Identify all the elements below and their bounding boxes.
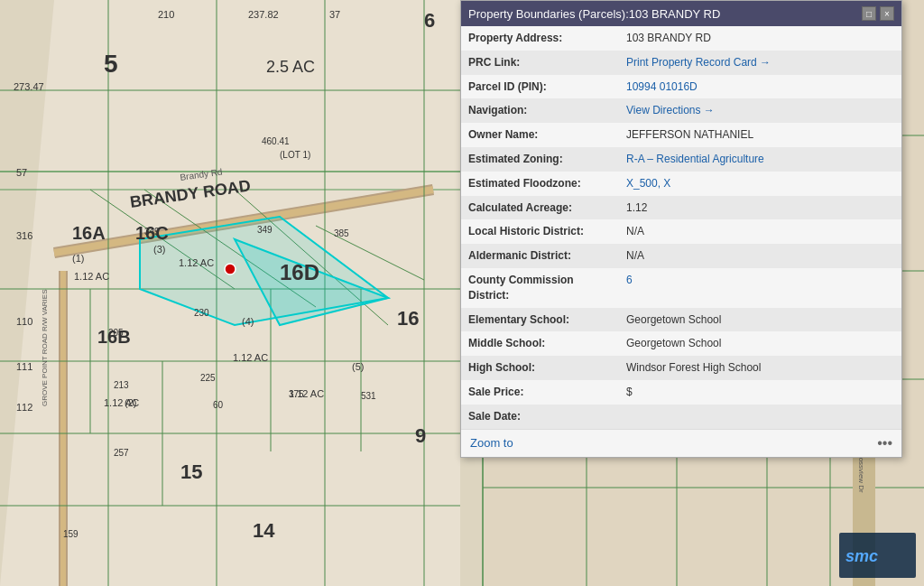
property-label: Sale Price: [461, 380, 619, 405]
property-value[interactable]: Print Property Record Card → [619, 51, 901, 75]
svg-text:225: 225 [200, 373, 216, 383]
svg-text:273.47: 273.47 [14, 81, 44, 92]
svg-text:(LOT 1): (LOT 1) [280, 150, 310, 160]
zoom-to-link[interactable]: Zoom to [470, 436, 513, 450]
svg-text:375: 375 [289, 389, 304, 399]
table-row: Sale Date: [461, 405, 901, 429]
svg-text:205: 205 [108, 328, 124, 338]
svg-text:1.12 AC: 1.12 AC [233, 352, 268, 363]
property-value[interactable]: X_500, X [619, 172, 901, 196]
property-link[interactable]: R-A – Residential Agriculture [626, 153, 764, 165]
property-value: Windsor Forest High School [619, 356, 901, 380]
svg-text:GROVE POINT ROAD R/W VARIES: GROVE POINT ROAD R/W VARIES [41, 290, 49, 407]
property-value: 103 BRANDY RD [619, 26, 901, 51]
svg-text:159: 159 [63, 529, 79, 539]
svg-text:14: 14 [253, 519, 275, 542]
property-label: Property Address: [461, 26, 619, 51]
table-row: Estimated Floodzone:X_500, X [461, 172, 901, 196]
property-value: 1.12 [619, 196, 901, 220]
property-label: Navigation: [461, 98, 619, 123]
property-link[interactable]: 6 [626, 274, 633, 286]
table-row: Parcel ID (PIN):10994 01016D [461, 75, 901, 99]
table-row: Aldermanic District:N/A [461, 244, 901, 268]
property-value[interactable]: 10994 01016D [619, 75, 901, 99]
property-label: Calculated Acreage: [461, 196, 619, 220]
property-link[interactable]: X_500, X [626, 177, 670, 190]
property-value[interactable]: 6 [619, 268, 901, 308]
svg-text:1.12 AC: 1.12 AC [179, 257, 214, 268]
property-link[interactable]: View Directions → [626, 104, 715, 116]
popup-title: Property Boundaries (Parcels):103 BRANDY… [468, 7, 720, 21]
property-label: High School: [461, 356, 619, 380]
property-label: PRC Link: [461, 51, 619, 75]
svg-text:6: 6 [424, 9, 435, 32]
svg-text:57: 57 [16, 167, 27, 178]
table-row: Sale Price:$ [461, 380, 901, 405]
property-value: N/A [619, 244, 901, 268]
table-row: Local Historic District:N/A [461, 219, 901, 244]
property-value: Georgetown School [619, 331, 901, 356]
svg-text:Mossview Dr: Mossview Dr [857, 451, 865, 493]
property-label: Local Historic District: [461, 219, 619, 244]
property-label: Parcel ID (PIN): [461, 75, 619, 99]
table-row: PRC Link:Print Property Record Card → [461, 51, 901, 75]
svg-text:16D: 16D [280, 260, 319, 284]
svg-text:349: 349 [144, 227, 160, 237]
svg-text:15: 15 [180, 460, 202, 483]
property-value [619, 405, 901, 429]
svg-text:316: 316 [16, 230, 32, 241]
table-row: Property Address:103 BRANDY RD [461, 26, 901, 51]
property-label: Middle School: [461, 331, 619, 356]
property-label: Sale Date: [461, 405, 619, 429]
svg-text:213: 213 [114, 380, 129, 390]
svg-text:(5): (5) [352, 361, 364, 372]
svg-text:531: 531 [361, 391, 376, 401]
table-row: Elementary School:Georgetown School [461, 308, 901, 332]
table-row: Owner Name:JEFFERSON NATHANIEL [461, 123, 901, 147]
restore-button[interactable]: □ [862, 6, 876, 21]
table-row: County Commission District:6 [461, 268, 901, 308]
property-value[interactable]: View Directions → [619, 98, 901, 123]
property-link[interactable]: Print Property Record Card → [626, 56, 771, 69]
property-link[interactable]: 10994 01016D [626, 80, 698, 93]
svg-text:(3): (3) [153, 244, 165, 255]
svg-text:smc: smc [845, 547, 878, 565]
property-label: Owner Name: [461, 123, 619, 147]
svg-text:460.41: 460.41 [262, 136, 290, 146]
property-label: Aldermanic District: [461, 244, 619, 268]
svg-text:37: 37 [329, 9, 340, 20]
svg-text:210: 210 [158, 9, 174, 20]
property-value: N/A [619, 219, 901, 244]
svg-text:237.82: 237.82 [248, 9, 279, 20]
svg-text:230: 230 [194, 308, 209, 318]
close-button[interactable]: × [880, 6, 894, 21]
table-row: Middle School:Georgetown School [461, 331, 901, 356]
more-options-icon[interactable]: ••• [877, 435, 892, 451]
property-label: County Commission District: [461, 268, 619, 308]
svg-text:16: 16 [397, 307, 419, 330]
svg-text:9: 9 [415, 424, 426, 447]
property-value[interactable]: R-A – Residential Agriculture [619, 147, 901, 172]
svg-text:60: 60 [213, 400, 224, 410]
svg-text:349: 349 [257, 225, 273, 235]
table-row: High School:Windsor Forest High School [461, 356, 901, 380]
svg-text:16A: 16A [72, 223, 106, 243]
svg-text:385: 385 [334, 228, 349, 238]
property-value: $ [619, 380, 901, 405]
table-row: Estimated Zoning:R-A – Residential Agric… [461, 147, 901, 172]
svg-text:(1): (1) [72, 253, 84, 264]
popup-footer: Zoom to ••• [461, 429, 901, 457]
property-value: Georgetown School [619, 308, 901, 332]
svg-text:2.5 AC: 2.5 AC [266, 58, 315, 76]
svg-text:(4): (4) [242, 316, 254, 327]
popup-titlebar-buttons: □ × [862, 6, 894, 21]
property-table: Property Address:103 BRANDY RDPRC Link:P… [461, 26, 901, 429]
svg-text:5: 5 [104, 50, 118, 78]
popup-titlebar: Property Boundaries (Parcels):103 BRANDY… [461, 1, 901, 26]
svg-text:110: 110 [16, 316, 32, 327]
property-label: Estimated Zoning: [461, 147, 619, 172]
svg-point-27 [225, 264, 236, 274]
svg-text:1.12 AC: 1.12 AC [74, 271, 109, 282]
svg-text:257: 257 [114, 448, 129, 458]
svg-text:112: 112 [16, 402, 32, 413]
